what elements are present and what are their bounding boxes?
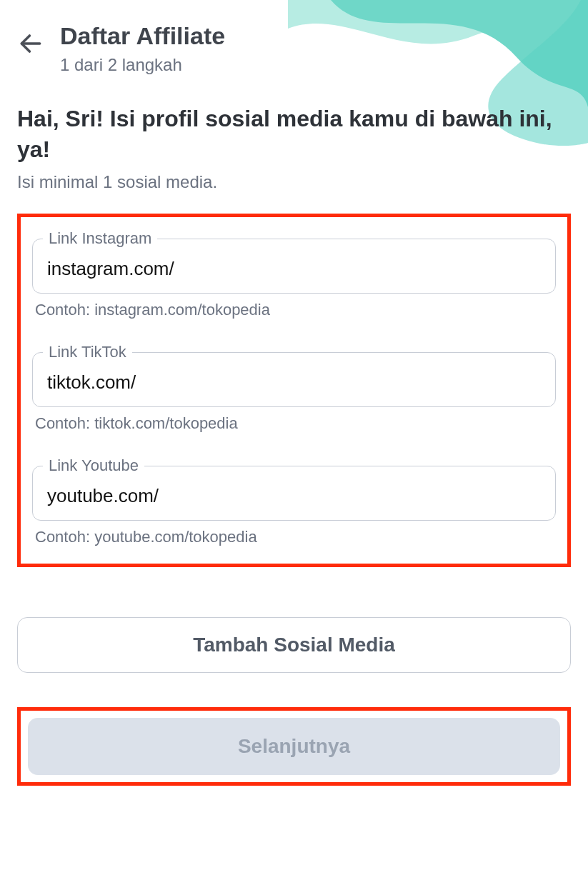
youtube-input[interactable] [47, 485, 541, 507]
next-button[interactable]: Selanjutnya [28, 718, 560, 775]
tiktok-field-wrap: Link TikTok Contoh: tiktok.com/tokopedia [32, 352, 556, 433]
next-button-highlight: Selanjutnya [17, 707, 571, 786]
greeting-text: Hai, Sri! Isi profil sosial media kamu d… [17, 104, 571, 165]
instagram-field: Link Instagram [32, 239, 556, 294]
instagram-label: Link Instagram [43, 229, 157, 248]
youtube-label: Link Youtube [43, 456, 144, 475]
arrow-left-icon [17, 30, 44, 57]
social-fields-highlight: Link Instagram Contoh: instagram.com/tok… [17, 214, 571, 567]
youtube-field: Link Youtube [32, 466, 556, 521]
youtube-hint: Contoh: youtube.com/tokopedia [32, 528, 556, 546]
instagram-field-wrap: Link Instagram Contoh: instagram.com/tok… [32, 239, 556, 319]
tiktok-hint: Contoh: tiktok.com/tokopedia [32, 414, 556, 433]
page-title: Daftar Affiliate [60, 21, 225, 51]
instagram-input[interactable] [47, 258, 541, 280]
tiktok-input[interactable] [47, 371, 541, 394]
youtube-field-wrap: Link Youtube Contoh: youtube.com/tokoped… [32, 466, 556, 546]
instagram-hint: Contoh: instagram.com/tokopedia [32, 301, 556, 319]
add-social-button[interactable]: Tambah Sosial Media [17, 617, 571, 673]
greeting-subtext: Isi minimal 1 sosial media. [17, 172, 571, 192]
page-header: Daftar Affiliate 1 dari 2 langkah [17, 21, 571, 75]
tiktok-field: Link TikTok [32, 352, 556, 407]
back-button[interactable] [17, 30, 44, 57]
step-indicator: 1 dari 2 langkah [60, 55, 225, 75]
tiktok-label: Link TikTok [43, 343, 132, 361]
